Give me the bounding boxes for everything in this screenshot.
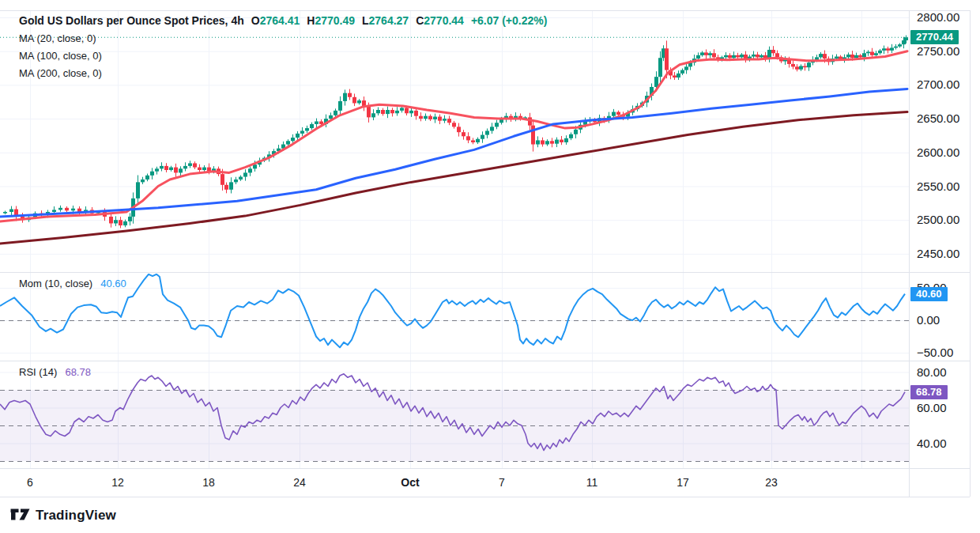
time-axis-label: 7	[499, 476, 505, 489]
symbol-legend-row[interactable]: Gold US Dollars per Ounce Spot Prices, 4…	[19, 14, 547, 27]
momentum-legend[interactable]: Mom (10, close)40.60	[19, 278, 126, 289]
time-axis-label: 6	[27, 476, 33, 489]
main-legend[interactable]: Gold US Dollars per Ounce Spot Prices, 4…	[19, 14, 547, 79]
y-axis-label: −50.00	[917, 346, 953, 359]
time-axis-label: 11	[586, 476, 598, 489]
y-axis-label: 2700.00	[917, 77, 959, 91]
chart-plot-area[interactable]	[0, 0, 980, 533]
close-label: C	[416, 14, 424, 27]
y-axis-label: 0.00	[917, 313, 940, 327]
low-value: 2764.27	[369, 14, 409, 27]
change-value: +6.07 (+0.22%)	[471, 14, 548, 27]
ma-100-legend[interactable]: MA (100, close, 0)	[19, 50, 547, 62]
symbol-title: Gold US Dollars per Ounce Spot Prices, 4…	[19, 14, 244, 27]
last-price-badge: 2770.44	[910, 30, 959, 44]
momentum-label: Mom (10, close)	[19, 278, 92, 289]
ma-20-legend[interactable]: MA (20, close, 0)	[19, 32, 547, 44]
time-axis-label: 24	[293, 476, 306, 489]
y-axis-label: 2550.00	[917, 180, 959, 193]
momentum-line	[0, 274, 905, 348]
tradingview-logo[interactable]: TradingView	[10, 508, 116, 524]
momentum-value: 40.60	[100, 278, 126, 289]
time-axis-label: 12	[111, 476, 124, 489]
y-axis-label: 2600.00	[917, 146, 959, 159]
y-axis-label: 2450.00	[917, 247, 959, 260]
high-value: 2770.49	[315, 14, 355, 27]
y-axis-label: 80.00	[917, 365, 947, 379]
open-value: 2764.41	[260, 14, 300, 27]
y-axis-label: 60.00	[917, 401, 947, 414]
momentum-value-badge: 40.60	[910, 287, 948, 301]
rsi-value: 68.78	[65, 366, 91, 378]
open-label: O	[251, 14, 260, 27]
time-axis-label: Oct	[401, 476, 419, 489]
y-axis-label: 2750.00	[917, 44, 959, 58]
tradingview-logo-icon	[10, 508, 30, 524]
ma-line-2	[0, 112, 907, 244]
tradingview-logo-text: TradingView	[36, 508, 116, 524]
rsi-label: RSI (14)	[19, 366, 57, 378]
low-label: L	[362, 14, 369, 27]
y-axis-label: 40.00	[917, 437, 947, 450]
time-axis-label: 23	[765, 476, 778, 489]
rsi-value-badge: 68.78	[910, 385, 948, 399]
rsi-legend[interactable]: RSI (14)68.78	[19, 366, 91, 378]
time-axis-label: 17	[677, 476, 689, 489]
high-label: H	[307, 14, 315, 27]
y-axis-label: 2500.00	[917, 213, 959, 226]
close-value: 2770.44	[424, 14, 464, 27]
time-axis-label: 18	[202, 476, 215, 489]
y-axis-label: 2800.00	[917, 10, 959, 24]
ma-200-legend[interactable]: MA (200, close, 0)	[19, 67, 547, 79]
tradingview-chart-widget: { "legend": { "title": "Gold US Dollars …	[0, 0, 980, 533]
y-axis-label: 2650.00	[917, 112, 959, 125]
